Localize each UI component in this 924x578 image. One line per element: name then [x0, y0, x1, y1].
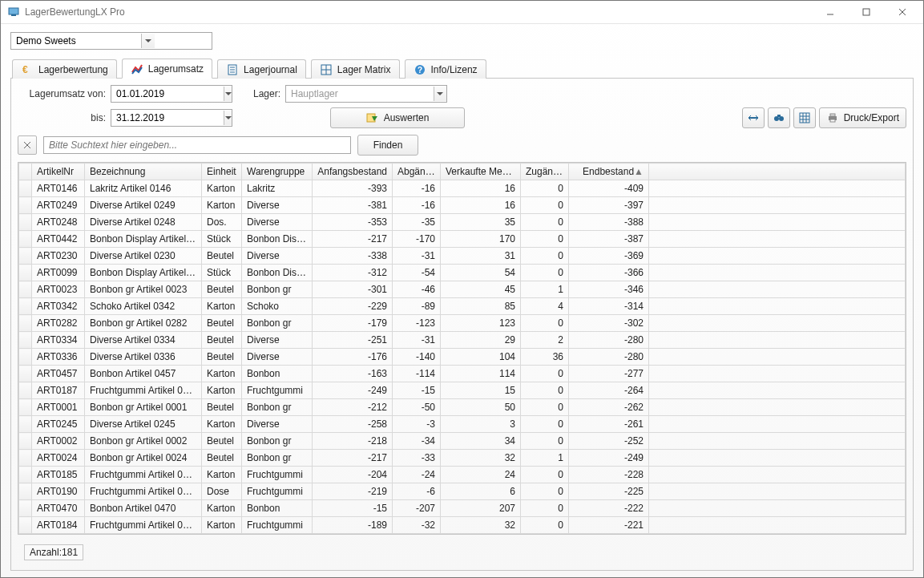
- cell-abgaenge: -207: [393, 500, 441, 517]
- row-header[interactable]: [19, 483, 32, 500]
- row-header[interactable]: [19, 332, 32, 349]
- table-row[interactable]: ART0146Lakritz Artikel 0146KartonLakritz…: [19, 180, 906, 197]
- col-verkaufte-menge[interactable]: Verkaufte Menge: [441, 164, 521, 180]
- cell-endbestand: -228: [569, 467, 649, 483]
- table-row[interactable]: ART0336Diverse Artikel 0336BeutelDiverse…: [19, 349, 906, 366]
- row-header[interactable]: [19, 248, 32, 265]
- label-von: Lagerumsatz von:: [18, 88, 106, 99]
- date-bis-field[interactable]: [111, 109, 232, 127]
- tab-lagerumsatz[interactable]: Lagerumsatz: [122, 59, 212, 79]
- row-header[interactable]: [19, 433, 32, 450]
- tab-infolizenz[interactable]: ?Info/Lizenz: [405, 59, 486, 79]
- row-header[interactable]: [19, 416, 32, 433]
- cell-zugaenge: 0: [521, 231, 569, 248]
- table-row[interactable]: ART0024Bonbon gr Artikel 0024BeutelBonbo…: [19, 450, 906, 467]
- table-row[interactable]: ART0470Bonbon Artikel 0470KartonBonbon-1…: [19, 500, 906, 517]
- chevron-down-icon[interactable]: [224, 87, 232, 101]
- date-von-field[interactable]: [111, 85, 232, 103]
- date-von-value[interactable]: [111, 87, 224, 101]
- cell-filler: [649, 483, 906, 500]
- export-button[interactable]: Druck/Export: [819, 107, 906, 128]
- mandant-value[interactable]: [11, 34, 141, 48]
- table-row[interactable]: ART0249Diverse Artikel 0249KartonDiverse…: [19, 197, 906, 214]
- row-header[interactable]: [19, 265, 32, 281]
- window-close-button[interactable]: [884, 3, 920, 21]
- cell-einheit: Beutel: [202, 450, 242, 467]
- autofit-columns-button[interactable]: [742, 107, 765, 128]
- row-header[interactable]: [19, 467, 32, 483]
- col-bezeichnung[interactable]: Bezeichnung: [85, 164, 202, 180]
- col-einheit[interactable]: Einheit: [202, 164, 242, 180]
- window-maximize-button[interactable]: [848, 3, 884, 21]
- lager-select[interactable]: [285, 85, 447, 103]
- mandant-row: [10, 32, 914, 50]
- row-header[interactable]: [19, 315, 32, 332]
- row-header[interactable]: [19, 382, 32, 399]
- table-row[interactable]: ART0245Diverse Artikel 0245KartonDiverse…: [19, 416, 906, 433]
- row-header[interactable]: [19, 298, 32, 315]
- row-header[interactable]: [19, 214, 32, 231]
- table-row[interactable]: ART0099Bonbon Display Artikel 0099StückB…: [19, 265, 906, 281]
- cell-endbestand: -249: [569, 450, 649, 467]
- table-row[interactable]: ART0002Bonbon gr Artikel 0002BeutelBonbo…: [19, 433, 906, 450]
- table-row[interactable]: ART0282Bonbon gr Artikel 0282BeutelBonbo…: [19, 315, 906, 332]
- find-button[interactable]: [768, 107, 790, 128]
- table-row[interactable]: ART0023Bonbon gr Artikel 0023BeutelBonbo…: [19, 281, 906, 298]
- col-warengruppe[interactable]: Warengruppe: [242, 164, 313, 180]
- cell-endbestand: -262: [569, 399, 649, 416]
- row-header[interactable]: [19, 450, 32, 467]
- cell-abgaenge: -54: [393, 265, 441, 281]
- row-header[interactable]: [19, 281, 32, 298]
- table-row[interactable]: ART0334Diverse Artikel 0334BeutelDiverse…: [19, 332, 906, 349]
- tab-label: Lagerbewertung: [38, 64, 108, 75]
- col-abgaenge[interactable]: Abgänge: [393, 164, 441, 180]
- cell-abgaenge: -34: [393, 433, 441, 450]
- table-row[interactable]: ART0248Diverse Artikel 0248Dos.Diverse-3…: [19, 214, 906, 231]
- col-artikelnr[interactable]: ArtikelNr: [32, 164, 85, 180]
- cell-einheit: Beutel: [202, 248, 242, 265]
- row-header[interactable]: [19, 399, 32, 416]
- table-row[interactable]: ART0184Fruchtgummi Artikel 0184KartonFru…: [19, 517, 906, 534]
- row-header[interactable]: [19, 500, 32, 517]
- col-anfangsbestand[interactable]: Anfangsbestand: [313, 164, 393, 180]
- search-input[interactable]: [44, 138, 350, 152]
- table-row[interactable]: ART0230Diverse Artikel 0230BeutelDiverse…: [19, 248, 906, 265]
- clear-search-button[interactable]: [18, 135, 37, 155]
- grid-scroll[interactable]: ArtikelNr Bezeichnung Einheit Warengrupp…: [18, 163, 906, 534]
- tab-lagerbewertung[interactable]: €Lagerbewertung: [12, 59, 117, 79]
- row-header[interactable]: [19, 180, 32, 197]
- row-header[interactable]: [19, 349, 32, 366]
- window-minimize-button[interactable]: [812, 3, 848, 21]
- row-header[interactable]: [19, 517, 32, 534]
- tab-lagermatrix[interactable]: Lager Matrix: [311, 59, 400, 79]
- cell-endbestand: -346: [569, 281, 649, 298]
- grid-options-button[interactable]: [793, 107, 816, 128]
- table-row[interactable]: ART0190Fruchtgummi Artikel 0190DoseFruch…: [19, 483, 906, 500]
- table-row[interactable]: ART0001Bonbon gr Artikel 0001BeutelBonbo…: [19, 399, 906, 416]
- chevron-down-icon[interactable]: [141, 34, 155, 48]
- table-row[interactable]: ART0185Fruchtgummi Artikel 0185KartonFru…: [19, 467, 906, 483]
- col-endbestand[interactable]: Endbestand▲: [569, 164, 649, 180]
- cell-artikelnr: ART0457: [32, 366, 85, 382]
- row-header[interactable]: [19, 366, 32, 382]
- search-submit-button[interactable]: Finden: [357, 135, 418, 156]
- table-row[interactable]: ART0342Schoko Artikel 0342KartonSchoko-2…: [19, 298, 906, 315]
- lagerjournal-icon: [226, 63, 239, 76]
- row-header[interactable]: [19, 197, 32, 214]
- mandant-select[interactable]: [10, 32, 212, 50]
- chevron-down-icon[interactable]: [434, 87, 446, 101]
- col-zugaenge[interactable]: Zugänge: [521, 164, 569, 180]
- row-header[interactable]: [19, 231, 32, 248]
- table-row[interactable]: ART0457Bonbon Artikel 0457KartonBonbon-1…: [19, 366, 906, 382]
- table-row[interactable]: ART0442Bonbon Display Artikel 0442StückB…: [19, 231, 906, 248]
- cell-zugaenge: 0: [521, 366, 569, 382]
- cell-zugaenge: 0: [521, 500, 569, 517]
- tab-lagerjournal[interactable]: Lagerjournal: [217, 59, 306, 79]
- chevron-down-icon[interactable]: [224, 111, 232, 125]
- lager-value[interactable]: [286, 87, 434, 101]
- col-rowselector[interactable]: [19, 164, 32, 180]
- date-bis-value[interactable]: [111, 111, 224, 125]
- auswerten-button[interactable]: Auswerten: [330, 107, 465, 128]
- table-row[interactable]: ART0187Fruchtgummi Artikel 0187KartonFru…: [19, 382, 906, 399]
- cell-anfangsbestand: -204: [313, 467, 393, 483]
